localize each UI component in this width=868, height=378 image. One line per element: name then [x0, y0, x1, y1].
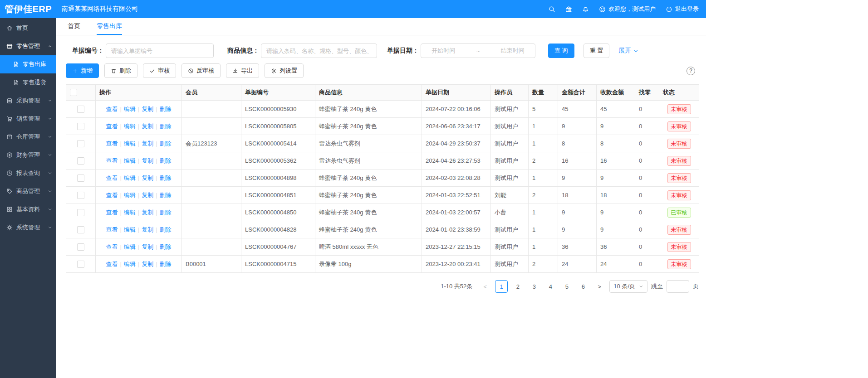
- copy-link[interactable]: 复制: [142, 157, 153, 164]
- sidebar-item-finance-mgmt[interactable]: 财务管理: [0, 146, 56, 164]
- edit-link[interactable]: 编辑: [124, 157, 136, 164]
- edit-link[interactable]: 编辑: [124, 261, 136, 267]
- view-link[interactable]: 查看: [106, 192, 118, 199]
- row-checkbox[interactable]: [77, 123, 84, 130]
- page-button-5[interactable]: 5: [560, 280, 573, 293]
- select-all-checkbox[interactable]: [70, 89, 77, 96]
- sidebar-item-report-query[interactable]: 报表查询: [0, 164, 56, 182]
- sidebar-item-home[interactable]: 首页: [0, 19, 56, 37]
- search-icon[interactable]: [549, 6, 555, 13]
- copy-link[interactable]: 复制: [142, 192, 153, 199]
- bell-icon[interactable]: [582, 6, 589, 13]
- sidebar-item-base-data[interactable]: 基本资料: [0, 200, 56, 218]
- edit-link[interactable]: 编辑: [124, 140, 136, 147]
- page-button-3[interactable]: 3: [528, 280, 540, 293]
- edit-link[interactable]: 编辑: [124, 123, 136, 130]
- row-checkbox[interactable]: [77, 209, 84, 216]
- row-checkbox[interactable]: [77, 106, 84, 113]
- delete-link[interactable]: 删除: [160, 226, 172, 233]
- sidebar-item-warehouse-mgmt[interactable]: 仓库管理: [0, 128, 56, 146]
- view-link[interactable]: 查看: [106, 123, 118, 130]
- view-link[interactable]: 查看: [106, 209, 118, 216]
- row-checkbox[interactable]: [77, 226, 84, 233]
- view-link[interactable]: 查看: [106, 226, 118, 233]
- reset-button[interactable]: 重 置: [584, 44, 610, 58]
- page-button-4[interactable]: 4: [544, 280, 557, 293]
- sidebar-item-sales-mgmt[interactable]: 销售管理: [0, 110, 56, 128]
- delete-link[interactable]: 删除: [160, 123, 172, 130]
- view-link[interactable]: 查看: [106, 106, 118, 112]
- received-cell: 16: [597, 152, 635, 170]
- page-button-2[interactable]: 2: [511, 280, 524, 293]
- goods-info-input[interactable]: [261, 44, 377, 58]
- order-no-cell: LSCK00000005362: [241, 152, 315, 170]
- delete-link[interactable]: 删除: [160, 261, 172, 267]
- welcome-user[interactable]: 欢迎您，测试用户: [599, 5, 656, 13]
- search-button[interactable]: 查 询: [548, 44, 574, 58]
- row-checkbox[interactable]: [77, 174, 84, 182]
- page-button-1[interactable]: 1: [495, 280, 508, 293]
- edit-link[interactable]: 编辑: [124, 243, 136, 250]
- delete-button[interactable]: 删除: [104, 63, 137, 78]
- copy-link[interactable]: 复制: [142, 140, 153, 147]
- column-settings-button[interactable]: 列设置: [265, 63, 304, 78]
- tab-retail-out[interactable]: 零售出库: [97, 18, 122, 35]
- delete-link[interactable]: 删除: [160, 140, 172, 147]
- copy-link[interactable]: 复制: [142, 226, 153, 233]
- view-link[interactable]: 查看: [106, 243, 118, 250]
- export-button[interactable]: 导出: [226, 63, 259, 78]
- row-checkbox[interactable]: [77, 157, 84, 165]
- delete-link[interactable]: 删除: [160, 209, 172, 216]
- sidebar-item-retail-out[interactable]: 零售出库: [0, 55, 56, 73]
- view-link[interactable]: 查看: [106, 261, 118, 267]
- member-cell: B00001: [182, 256, 241, 273]
- page-size-select[interactable]: 10 条/页: [609, 280, 647, 293]
- sidebar-item-retail-return[interactable]: 零售退货: [0, 73, 56, 92]
- next-page-button[interactable]: >: [593, 280, 606, 293]
- view-link[interactable]: 查看: [106, 140, 118, 147]
- logout-button[interactable]: 退出登录: [666, 5, 699, 13]
- edit-link[interactable]: 编辑: [124, 192, 136, 199]
- audit-button[interactable]: 审核: [143, 63, 176, 78]
- delete-link[interactable]: 删除: [160, 106, 172, 112]
- copy-link[interactable]: 复制: [142, 243, 153, 250]
- edit-link[interactable]: 编辑: [124, 226, 136, 233]
- sidebar-item-system-mgmt[interactable]: 系统管理: [0, 218, 56, 237]
- copy-link[interactable]: 复制: [142, 261, 153, 267]
- copy-link[interactable]: 复制: [142, 209, 153, 216]
- copy-link[interactable]: 复制: [142, 106, 153, 112]
- unaudit-button[interactable]: 反审核: [181, 63, 221, 78]
- view-link[interactable]: 查看: [106, 157, 118, 164]
- edit-link[interactable]: 编辑: [124, 106, 136, 112]
- copy-link[interactable]: 复制: [142, 174, 153, 181]
- delete-link[interactable]: 删除: [160, 243, 172, 250]
- sidebar-item-retail-mgmt[interactable]: 零售管理: [0, 37, 56, 55]
- row-checkbox[interactable]: [77, 243, 84, 251]
- edit-link[interactable]: 编辑: [124, 209, 136, 216]
- received-cell: 8: [597, 135, 635, 152]
- order-no-input[interactable]: [106, 44, 214, 58]
- chevron-down-icon: [48, 135, 52, 139]
- add-button[interactable]: 新增: [66, 63, 99, 78]
- row-checkbox[interactable]: [77, 140, 84, 147]
- row-checkbox[interactable]: [77, 261, 84, 268]
- tab-home[interactable]: 首页: [68, 18, 80, 35]
- edit-link[interactable]: 编辑: [124, 174, 136, 181]
- delete-link[interactable]: 删除: [160, 174, 172, 181]
- sidebar-item-purchase-mgmt[interactable]: 采购管理: [0, 92, 56, 110]
- expand-link[interactable]: 展开: [618, 47, 639, 55]
- gear-icon: [6, 224, 13, 231]
- help-icon[interactable]: ?: [687, 67, 695, 75]
- gear-icon: [271, 68, 277, 74]
- row-checkbox[interactable]: [77, 192, 84, 199]
- sidebar-item-goods-mgmt[interactable]: 商品管理: [0, 182, 56, 200]
- delete-link[interactable]: 删除: [160, 192, 172, 199]
- copy-link[interactable]: 复制: [142, 123, 153, 130]
- delete-link[interactable]: 删除: [160, 157, 172, 164]
- page-button-6[interactable]: 6: [577, 280, 589, 293]
- company-building-icon[interactable]: [565, 6, 572, 13]
- date-range-picker[interactable]: 开始时间 ~ 结束时间: [421, 44, 535, 58]
- prev-page-button[interactable]: <: [479, 280, 491, 293]
- view-link[interactable]: 查看: [106, 174, 118, 181]
- jump-page-input[interactable]: [667, 280, 689, 293]
